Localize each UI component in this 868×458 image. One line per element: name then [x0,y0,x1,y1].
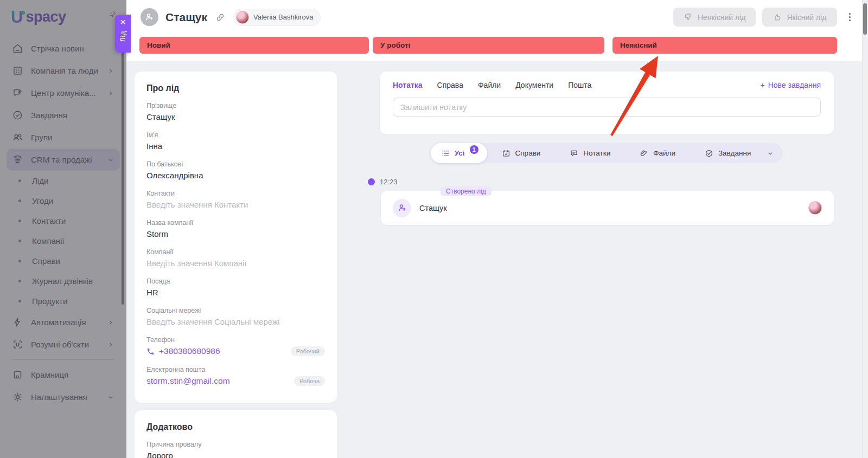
note-input[interactable] [393,98,821,117]
filter-notes[interactable]: Нотатки [555,149,625,158]
timeline-dot [368,178,375,185]
field-company-name[interactable]: Назва компанії Storm [146,219,325,238]
field-fail-reason[interactable]: Причина провалу Дорого [146,441,325,458]
lead-created-icon [393,199,411,217]
event-title: Стащук [419,204,447,212]
extra-panel-title: Додатково [146,422,325,432]
stage-bar: Новий У роботі Неякісний [139,37,837,54]
close-icon[interactable]: ✕ [120,18,126,26]
field-contacts[interactable]: Контакти Введіть значення Контакти [146,190,325,209]
tab-activity[interactable]: Справа [437,81,463,89]
note-bubble-icon [570,149,578,158]
filter-count-badge: 1 [470,145,478,154]
sidebar-scrollbar[interactable] [122,41,124,305]
stage-new[interactable]: Новий [139,37,369,54]
good-lead-button[interactable]: Якісний лід [762,8,837,27]
phone-link[interactable]: +380380680986 [146,346,220,356]
lead-header: Стащук Valeriia Bashkirova Неякісний лід… [126,0,868,61]
window-scrollbar-track[interactable] [862,0,868,458]
event-type-badge: Створено лід [441,186,492,196]
field-position[interactable]: Посада HR [146,278,325,297]
filter-tasks[interactable]: Завдання [690,149,765,158]
page-title: Стащук [165,11,207,24]
check-circle-icon [705,149,713,158]
phone-icon [146,347,155,356]
stage-in-progress[interactable]: У роботі [373,37,604,54]
timeline-filter-bar: Усі 1 Справи Нотатки Файли Завданн [380,143,834,163]
lead-type-avatar [141,8,158,26]
new-task-button[interactable]: + Нове завдання [760,81,821,89]
extra-panel: Додатково Причина провалу Дорого [135,410,337,458]
field-social[interactable]: Соціальні мережі Введіть значення Соціал… [146,307,325,326]
filter-files[interactable]: Файли [625,149,690,158]
activity-tabs: Нотатка Справа Файли Документи Пошта + Н… [393,81,821,89]
window-scrollbar-thumb[interactable] [863,3,867,35]
filter-all-label: Усі [455,149,465,157]
owner-chip[interactable]: Valeriia Bashkirova [233,9,321,26]
owner-name: Valeriia Bashkirova [253,13,313,21]
phone-type-badge: Робочий [291,346,325,356]
plus-icon: + [760,81,764,89]
field-middle-name[interactable]: По батькові Олександрівна [146,160,325,180]
bad-lead-label: Неякісний лід [698,13,745,22]
sidebar-dim-overlay [0,0,126,458]
event-author-avatar [808,201,822,215]
owner-avatar [236,11,249,24]
timeline-time: 12:23 [380,178,398,186]
email-link[interactable]: storm.stin@gmail.com [146,376,230,386]
about-lead-panel: Про лід Прізвище Стащук Ім'я Інна По бат… [135,72,337,403]
lead-tab-label: Лід [119,31,127,42]
bad-lead-button[interactable]: Неякісний лід [673,8,756,27]
paperclip-icon [640,149,648,158]
copy-link-icon[interactable] [215,12,225,22]
email-type-badge: Робоча [294,376,325,386]
sidebar: U spacy Стрічка новин Компанія та люди Ц… [0,0,126,458]
new-task-label: Нове завдання [768,81,821,89]
field-first-name[interactable]: Ім'я Інна [146,131,325,151]
filter-activities[interactable]: Справи [487,149,556,158]
tab-documents[interactable]: Документи [515,81,553,89]
filter-more-chevron-icon[interactable] [765,150,783,157]
tab-files[interactable]: Файли [478,81,501,89]
lead-content: Про лід Прізвище Стащук Ім'я Інна По бат… [126,61,868,458]
about-panel-title: Про лід [146,83,325,93]
calendar-check-icon [502,149,510,158]
more-menu-icon[interactable] [845,10,856,25]
tab-mail[interactable]: Пошта [568,81,591,89]
field-email[interactable]: Електронна пошта storm.stin@gmail.com Ро… [146,366,325,386]
field-last-name[interactable]: Прізвище Стащук [146,102,325,121]
field-companies[interactable]: Компанії Введіть значення Компанії [146,248,325,268]
filter-all[interactable]: Усі 1 [431,143,487,163]
good-lead-label: Якісний лід [787,13,826,22]
field-phone[interactable]: Телефон +380380680986 Робочий [146,336,325,356]
timeline-event-card[interactable]: Створено лід Стащук [381,191,834,225]
stage-bad-quality[interactable]: Неякісний [612,37,837,54]
tab-note[interactable]: Нотатка [393,81,423,89]
list-icon [442,149,450,158]
activity-panel: Нотатка Справа Файли Документи Пошта + Н… [380,72,834,134]
lead-side-tab[interactable]: ✕ Лід [115,15,131,53]
main-area: Стащук Valeriia Bashkirova Неякісний лід… [126,0,868,458]
